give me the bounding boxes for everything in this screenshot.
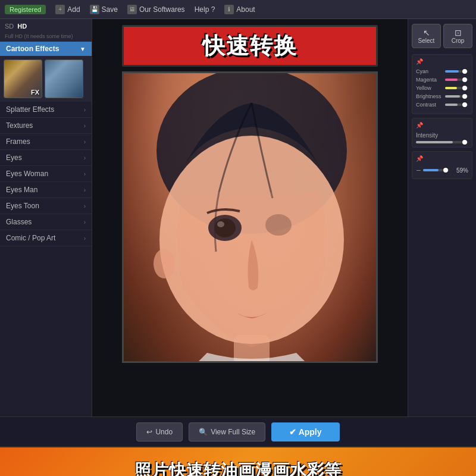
textures-arrow: › [84,123,86,129]
sidebar-item-frames[interactable]: Frames › [0,134,92,150]
svg-point-6 [154,249,175,278]
menu-our-softwares[interactable]: 🖥 Our Softwares [127,5,185,14]
zoom-header: 📌 [416,155,468,162]
contrast-dot [462,102,467,107]
sidebar-item-textures[interactable]: Textures › [0,118,92,134]
intensity-section: 📌 Intensity [412,118,472,148]
crop-button[interactable]: ⊡ Crop [443,24,472,48]
save-icon: 💾 [90,5,99,14]
undo-button[interactable]: ↩ Undo [136,422,183,441]
cartoon-effects-header[interactable]: Cartoon Effects ▼ [0,42,92,56]
effect-thumb-2[interactable] [45,60,83,98]
bottom-promo-text: 照片快速转油画漫画水彩等 [134,459,342,476]
info-icon: ℹ [224,5,234,14]
yellow-fill [445,87,457,89]
zoom-row: − 59% [416,165,468,175]
magenta-dot [462,77,467,82]
menu-add[interactable]: + Add [55,5,80,14]
apply-button[interactable]: ✔ Apply [271,422,339,441]
menu-about[interactable]: ℹ About [224,5,255,14]
menubar: Registered + Add 💾 Save 🖥 Our Softwares … [0,0,476,19]
eyes-toon-arrow: › [84,203,86,209]
view-full-size-button[interactable]: 🔍 View Full Size [189,422,265,441]
glasses-arrow: › [84,219,86,226]
sidebar: SD HD Full HD (It needs some time) Carto… [0,19,92,416]
intensity-dot [462,140,467,145]
brightness-slider-row: Brightness [416,93,468,99]
magenta-slider-row: Magenta [416,77,468,83]
cartoon-effects-label: Cartoon Effects [6,45,59,53]
eyes-woman-arrow: › [84,171,86,177]
magenta-fill [445,79,458,81]
tool-buttons: ↖ Select ⊡ Crop [412,24,472,48]
color-section-header: 📌 [416,58,468,65]
menu-help[interactable]: Help ? [195,5,215,14]
yellow-label: Yellow [416,85,443,91]
yellow-slider-row: Yellow [416,85,468,91]
cartoon-effects-arrow: ▼ [80,46,86,52]
zoom-percent: 59% [452,167,468,174]
contrast-fill [445,104,458,106]
registered-badge: Registered [5,5,46,14]
magenta-track[interactable] [445,79,468,81]
quality-sd[interactable]: SD [5,23,14,30]
canvas-area: 快速转换 [92,19,408,416]
pin-icon-2: 📌 [416,122,423,129]
cyan-dot [462,69,467,74]
pin-icon: 📌 [416,58,423,65]
brightness-dot [462,94,467,99]
cartoon-image [124,73,376,361]
brightness-track[interactable] [445,95,468,98]
select-icon: ↖ [415,28,438,37]
menu-save[interactable]: 💾 Save [90,5,118,14]
sidebar-item-eyes-toon[interactable]: Eyes Toon › [0,198,92,214]
quality-hd[interactable]: HD [17,23,27,30]
add-icon: + [55,5,65,14]
quality-row: SD HD [0,19,92,33]
sidebar-item-eyes-man[interactable]: Eyes Man › [0,182,92,198]
zoom-section: 📌 − 59% [412,151,472,179]
brightness-label: Brightness [416,93,443,99]
yellow-track[interactable] [445,87,468,89]
frames-arrow: › [84,139,86,145]
cyan-track[interactable] [445,70,468,73]
intensity-fill [416,141,453,143]
yellow-dot [462,86,467,90]
softwares-icon: 🖥 [127,5,137,14]
bottom-promo-banner: 照片快速转油画漫画水彩等 [0,446,476,476]
sidebar-item-comic[interactable]: Comic / Pop Art › [0,230,92,246]
comic-arrow: › [84,235,86,242]
zoom-minus-icon[interactable]: − [416,165,421,175]
contrast-slider-row: Contrast [416,102,468,108]
sidebar-item-eyes[interactable]: Eyes › [0,150,92,166]
contrast-track[interactable] [445,104,468,106]
magenta-label: Magenta [416,77,443,83]
select-button[interactable]: ↖ Select [412,24,441,48]
color-sliders-section: 📌 Cyan Magenta Yellow [412,54,472,114]
zoom-dot [443,168,448,173]
effect-thumb-1[interactable]: FX [4,60,42,98]
zoom-track[interactable] [423,169,449,171]
thumb-fx-label: FX [31,89,39,96]
intensity-label: Intensity [416,132,468,139]
intensity-header: 📌 [416,122,468,129]
cyan-label: Cyan [416,68,443,74]
sidebar-item-splatter[interactable]: Splatter Effects › [0,102,92,118]
bottom-action-bar: ↩ Undo 🔍 View Full Size ✔ Apply [0,416,476,446]
right-panel: ↖ Select ⊡ Crop 📌 Cyan Magenta [408,19,476,416]
cyan-fill [445,70,459,73]
quality-note: Full HD (It needs some time) [0,33,92,42]
promo-banner-top: 快速转换 [122,25,378,67]
zoom-fill [423,169,439,171]
intensity-track[interactable] [416,141,468,143]
brightness-fill [445,95,460,98]
contrast-label: Contrast [416,102,443,108]
image-frame[interactable] [122,71,378,363]
splatter-arrow: › [84,107,86,113]
eyes-arrow: › [84,155,86,161]
promo-text-top: 快速转换 [202,31,298,61]
undo-icon: ↩ [146,428,152,436]
sidebar-item-glasses[interactable]: Glasses › [0,214,92,230]
eyes-man-arrow: › [84,187,86,193]
sidebar-item-eyes-woman[interactable]: Eyes Woman › [0,166,92,182]
